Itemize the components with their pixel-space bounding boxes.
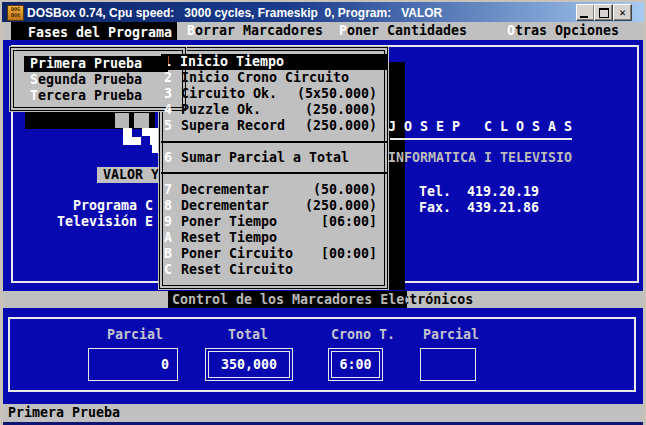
scoreboard-field-crono: 6:00 (328, 348, 383, 381)
scoreboard-label-total: Total (228, 327, 268, 343)
panel-item-circuito-ok[interactable]: 3Circuito Ok.(5x50.000) (162, 86, 387, 102)
menu-label: Fases del Programa (11, 25, 172, 40)
logo-fragment (134, 113, 149, 128)
dropdown-item-primera-prueba[interactable]: Primera Prueba (24, 56, 168, 72)
menu-fases-del-programa[interactable]: Fases del Programa (11, 22, 177, 40)
menu-poner-cantidades[interactable]: Poner Cantidades (339, 23, 467, 39)
maximize-icon (599, 8, 609, 18)
logo-fragment (132, 137, 141, 145)
scoreboard-field-total: 350,000 (205, 348, 293, 381)
fax-number: Fax. 439.21.86 (419, 200, 539, 216)
panel-item-reset-tiempo[interactable]: AReset Tiempo (162, 230, 387, 246)
control-bar-shadow: Control de los Marcadores Electrónicos (168, 291, 407, 308)
panel-item-inicio-crono[interactable]: 2Inicio Crono Circuito (162, 70, 387, 86)
logo-fragment (150, 128, 158, 145)
minimize-button[interactable] (576, 4, 595, 21)
panel-item-decrementar-50[interactable]: 7Decrementar(50.000) (162, 182, 387, 198)
title-bar[interactable]: DOS BOX DOSBox 0.74, Cpu speed: 3000 cyc… (2, 2, 644, 22)
panel-item-sumar-parcial[interactable]: 6Sumar Parcial a Total (162, 150, 387, 166)
close-button[interactable]: ✕ (613, 4, 632, 21)
panel-item-poner-circuito[interactable]: BPoner Circuito[00:00] (162, 246, 387, 262)
menu-otras-opciones[interactable]: Otras Opciones (507, 23, 619, 39)
brand-divider (390, 138, 572, 140)
dosbox-icon: DOS BOX (7, 5, 24, 21)
panel-item-reset-circuito[interactable]: CReset Circuito (162, 262, 387, 278)
crono-value: 6:00 (339, 357, 371, 373)
dropdown-item-segunda-prueba[interactable]: Segunda Prueba (24, 72, 168, 88)
scoreboard-label-crono: Crono T. (331, 327, 395, 343)
parcial-1-value: 0 (161, 357, 169, 373)
menu-borrar-marcadores[interactable]: Borrar Marcadores (187, 23, 323, 39)
close-icon: ✕ (619, 7, 626, 18)
program-line2: Televisión E (57, 214, 153, 230)
scoreboard-label-parcial-2: Parcial (423, 327, 479, 343)
total-value: 350,000 (221, 357, 277, 373)
status-bar: Primera Prueba (3, 404, 643, 422)
panel-item-poner-tiempo[interactable]: 9Poner Tiempo[06:00] (162, 214, 387, 230)
scoreboard-field-parcial-1: 0 (88, 348, 178, 381)
panel-item-decrementar-250[interactable]: 8Decrementar(250.000) (162, 198, 387, 214)
brand-subtitle: INFORMATICA I TELEVISIO (388, 150, 572, 166)
brand-name: J O S E P C L O S A S (388, 119, 572, 135)
panel-item-puzzle-ok[interactable]: 4Puzzle Ok.(250.000) (162, 102, 387, 118)
panel-item-inicio-tiempo[interactable]: 1Inicio Tiempo (161, 54, 388, 70)
scoreboard-field-parcial-2 (420, 348, 476, 381)
panel-separator (161, 172, 387, 174)
program-title: VALOR Y (103, 167, 159, 183)
window-title: DOSBox 0.74, Cpu speed: 3000 cycles, Fra… (27, 5, 442, 22)
scoreboard-label-parcial-1: Parcial (107, 327, 163, 343)
panel-shadow (389, 62, 405, 290)
program-title-strip: VALOR Y (97, 167, 158, 183)
minimize-icon (580, 16, 588, 18)
panel-item-supera-record[interactable]: 5Supera Record(250.000) (162, 118, 387, 134)
maximize-button[interactable] (594, 4, 613, 21)
dosbox-window: DOS BOX DOSBox 0.74, Cpu speed: 3000 cyc… (0, 0, 646, 425)
program-line1: Programa C (73, 198, 153, 214)
dropdown-item-tercera-prueba[interactable]: Tercera Prueba (24, 88, 168, 104)
phone-number: Tel. 419.20.19 (419, 184, 539, 200)
panel-separator (161, 141, 387, 143)
control-bar-title-shadowed: Control de los Marcadores Electrónicos (172, 292, 407, 308)
control-bar: Control de los Marcadores Electrónicos C… (3, 291, 643, 308)
menu-bar: Fases del Programa Borrar Marcadores Pon… (3, 22, 643, 40)
status-text: Primera Prueba (8, 405, 120, 421)
logo-fragment (115, 113, 129, 128)
logo-fragment (123, 128, 132, 145)
